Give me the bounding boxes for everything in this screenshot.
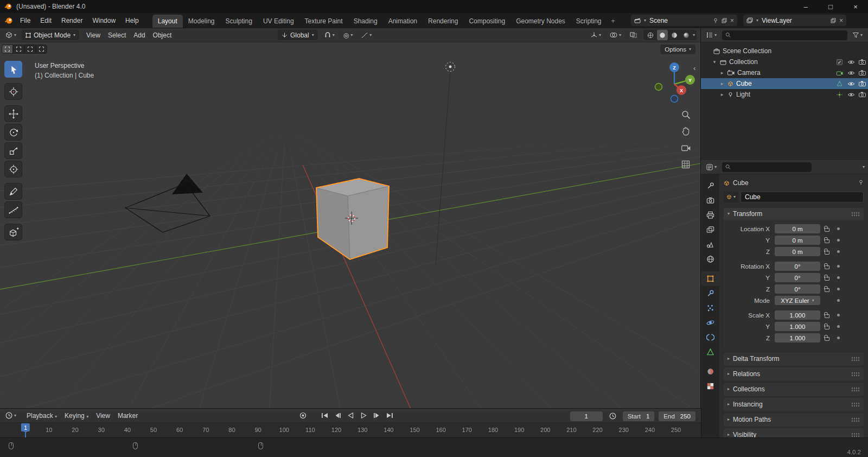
lock-icon[interactable] [820, 249, 833, 255]
properties-tab-physics[interactable] [702, 315, 718, 330]
workspace-tab-sculpting[interactable]: Sculpting [220, 15, 258, 28]
rotation-z-field[interactable]: 0° [775, 284, 820, 294]
shading-material-button[interactable] [669, 30, 680, 40]
frame-end-field[interactable]: End 250 [659, 411, 695, 421]
workspace-tab-shading[interactable]: Shading [348, 15, 383, 28]
location-y-field[interactable]: 0 m [775, 236, 820, 245]
lock-icon[interactable] [820, 226, 833, 232]
outliner-row-camera[interactable]: ▸ Camera [701, 67, 868, 78]
select-mode-set[interactable] [2, 45, 13, 54]
outliner-editor-type-button[interactable]: ▾ [704, 30, 719, 40]
zoom-icon[interactable] [680, 109, 692, 120]
viewlayer-selector[interactable]: ▾ ViewLayer × [743, 15, 846, 26]
tool-scale[interactable] [4, 142, 22, 159]
animate-dot[interactable] [833, 314, 843, 316]
animate-dot[interactable] [833, 265, 843, 268]
viewport-canvas[interactable]: Z Y X Options ▾ User Perspective (1) Col… [0, 42, 701, 409]
workspace-tab-animation[interactable]: Animation [383, 15, 423, 28]
workspace-tab-compositing[interactable]: Compositing [463, 15, 510, 28]
transform-orientation-dropdown[interactable]: Global ▾ [278, 30, 318, 40]
menu-select[interactable]: Select [104, 31, 130, 39]
snap-toggle-button[interactable]: ▾ [322, 30, 337, 40]
menu-marker[interactable]: Marker [114, 412, 142, 420]
mode-dropdown[interactable]: Object Mode ▾ [22, 30, 79, 40]
menu-help[interactable]: Help [120, 13, 144, 28]
tool-rotate[interactable] [4, 124, 22, 141]
blender-menu-icon[interactable] [4, 16, 13, 25]
properties-tab-tool[interactable] [702, 179, 718, 193]
properties-tab-material[interactable] [702, 364, 718, 379]
outliner-row-light[interactable]: ▸ Light [701, 89, 868, 100]
properties-tab-object-data[interactable] [702, 345, 718, 359]
render-camera-icon[interactable] [857, 81, 868, 86]
animate-dot[interactable] [833, 227, 843, 230]
menu-view-timeline[interactable]: View [92, 412, 114, 420]
options-button[interactable]: Options ▾ [660, 45, 695, 54]
menu-view[interactable]: View [82, 31, 104, 39]
frame-start-field[interactable]: Start 1 [623, 411, 655, 421]
outliner-search[interactable] [722, 30, 847, 40]
properties-tab-world[interactable] [702, 252, 718, 266]
tool-annotate[interactable] [4, 183, 22, 200]
scale-y-field[interactable]: 1.000 [775, 322, 820, 331]
select-mode-subtract[interactable] [24, 45, 36, 54]
properties-tab-particles[interactable] [702, 301, 718, 315]
panel-grip-handle[interactable] [851, 372, 860, 377]
section-delta-transform[interactable]: ▸Delta Transform [724, 352, 864, 365]
properties-tab-object[interactable] [701, 271, 719, 286]
shading-wireframe-button[interactable] [645, 30, 656, 40]
panel-grip-handle[interactable] [851, 357, 860, 361]
animate-dot[interactable] [833, 239, 843, 242]
gizmo-axis-neg-y[interactable] [655, 84, 662, 91]
properties-tab-output[interactable] [702, 208, 718, 223]
section-instancing[interactable]: ▸Instancing [724, 398, 864, 411]
menu-render[interactable]: Render [56, 13, 87, 28]
properties-search[interactable] [722, 162, 812, 172]
animate-dot[interactable] [833, 276, 843, 279]
new-copy-icon[interactable] [831, 18, 836, 23]
proportional-falloff-button[interactable]: ▾ [359, 30, 374, 40]
animate-dot[interactable] [833, 325, 843, 328]
select-mode-extend[interactable] [13, 45, 24, 54]
select-mode-intersect[interactable] [36, 45, 47, 54]
transform-panel-header[interactable]: ▾ Transform [724, 208, 864, 220]
xray-toggle-button[interactable] [628, 30, 639, 40]
lock-icon[interactable] [820, 286, 833, 292]
rotation-mode-dropdown[interactable]: XYZ Euler▾ [775, 296, 820, 305]
jump-to-start-button[interactable] [319, 410, 330, 421]
scale-z-field[interactable]: 1.000 [775, 333, 820, 342]
timeline-ruler[interactable]: 1102030405060708090100110120130140150160… [0, 423, 701, 437]
panel-grip-handle[interactable] [851, 402, 860, 407]
hide-eye-icon[interactable] [845, 60, 857, 65]
panel-grip-handle[interactable] [851, 212, 860, 217]
render-camera-icon[interactable] [857, 92, 868, 97]
outliner-row-collection[interactable]: ▾ Collection ✓ [701, 56, 868, 67]
timeline-editor-type-button[interactable]: ▾ [3, 410, 18, 421]
properties-tab-view-layer[interactable] [702, 223, 718, 237]
overlays-button[interactable]: ▾ [608, 30, 623, 40]
workspace-tab-scripting[interactable]: Scripting [571, 15, 607, 28]
hide-eye-icon[interactable] [845, 92, 857, 97]
maximize-button[interactable]: □ [818, 0, 843, 13]
workspace-tab-modeling[interactable]: Modeling [183, 15, 220, 28]
menu-window[interactable]: Window [87, 13, 120, 28]
lock-icon[interactable] [820, 312, 833, 318]
play-reverse-button[interactable] [345, 410, 356, 421]
panel-grip-handle[interactable] [851, 387, 860, 392]
panel-grip-handle[interactable] [851, 417, 860, 422]
shading-dropdown[interactable]: ▾ [693, 33, 695, 37]
render-camera-icon[interactable] [857, 70, 868, 75]
object-id-dropdown[interactable]: ▾ [724, 192, 738, 202]
animate-dot[interactable] [833, 250, 843, 253]
sidebar-toggle-icon[interactable]: ‹ [693, 64, 695, 72]
lock-icon[interactable] [820, 335, 833, 341]
playhead-current-frame[interactable]: 1 [21, 423, 30, 431]
workspace-tab-texture-paint[interactable]: Texture Paint [299, 15, 348, 28]
camera-view-icon[interactable] [680, 142, 692, 154]
jump-to-end-button[interactable] [384, 410, 395, 421]
minimize-button[interactable]: – [793, 0, 818, 13]
properties-editor-type-button[interactable]: ▾ [704, 162, 719, 172]
section-visibility[interactable]: ▸Visibility [724, 428, 864, 437]
lock-icon[interactable] [820, 237, 833, 243]
new-copy-icon[interactable] [722, 18, 727, 23]
